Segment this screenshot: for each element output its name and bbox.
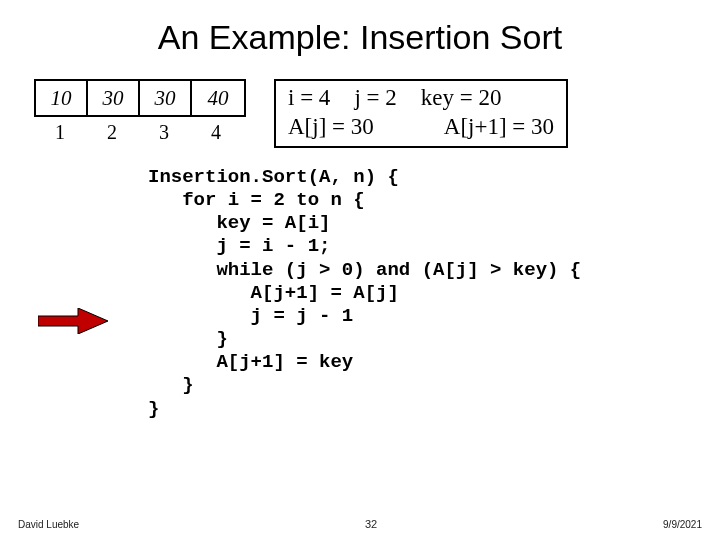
array-indices: 1 2 3 4 [34, 121, 246, 144]
state-aj1: A[j+1] = 30 [444, 112, 554, 141]
slide-title: An Example: Insertion Sort [30, 18, 690, 57]
array-index: 2 [86, 121, 138, 144]
state-row-1: i = 4 j = 2 key = 20 [288, 83, 554, 112]
state-row-2: A[j] = 30 A[j+1] = 30 [288, 112, 554, 141]
state-i: i = 4 [288, 83, 330, 112]
footer-author: David Luebke [18, 519, 79, 530]
array-cell: 10 [36, 81, 88, 115]
array-index: 1 [34, 121, 86, 144]
code-block: Insertion.Sort(A, n) { for i = 2 to n { … [148, 166, 690, 421]
top-row: 10 30 30 40 1 2 3 4 i = 4 j = 2 key = 20… [34, 79, 690, 148]
array-cells: 10 30 30 40 [34, 79, 246, 117]
svg-marker-0 [38, 308, 108, 334]
state-box: i = 4 j = 2 key = 20 A[j] = 30 A[j+1] = … [274, 79, 568, 148]
footer-page: 32 [365, 518, 377, 530]
footer: David Luebke 32 9/9/2021 [18, 518, 702, 530]
state-j: j = 2 [354, 83, 396, 112]
array-index: 4 [190, 121, 242, 144]
array-index: 3 [138, 121, 190, 144]
footer-date: 9/9/2021 [663, 519, 702, 530]
state-aj: A[j] = 30 [288, 112, 374, 141]
array-cell: 40 [192, 81, 244, 115]
array-cell: 30 [140, 81, 192, 115]
pointer-arrow-icon [38, 308, 108, 334]
slide: An Example: Insertion Sort 10 30 30 40 1… [0, 0, 720, 540]
array-visual: 10 30 30 40 1 2 3 4 [34, 79, 246, 144]
state-key: key = 20 [421, 83, 502, 112]
array-cell: 30 [88, 81, 140, 115]
